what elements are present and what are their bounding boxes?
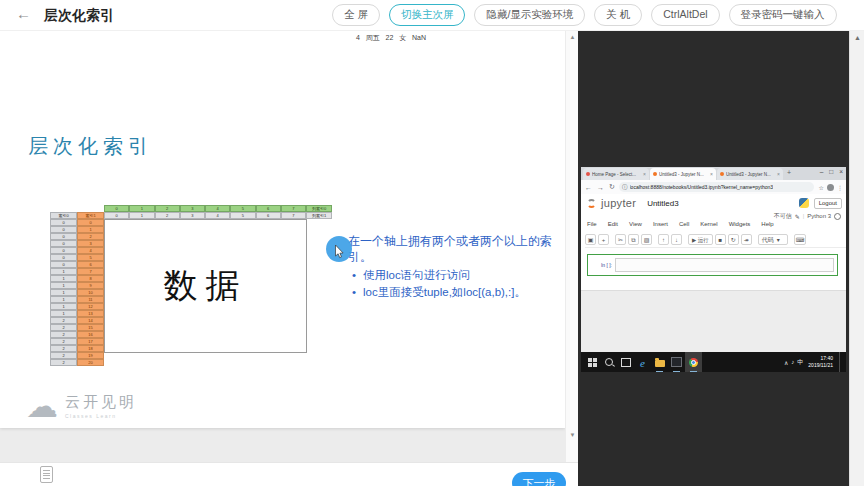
back-arrow-icon[interactable]: ← [16,5,31,22]
row-index-level1-cell: 9 [77,282,104,289]
trust-status[interactable]: 不可信 [774,212,792,221]
index-row: 19 [50,282,104,289]
move-down-icon[interactable]: ↓ [671,234,682,245]
menu-widgets[interactable]: Widgets [729,221,751,227]
index-row: 05 [50,254,104,261]
menu-view[interactable]: View [629,221,642,227]
paste-icon[interactable]: ▨ [641,234,652,245]
jupyter-logo-text[interactable]: jupyter [601,197,636,209]
notes-icon[interactable] [40,466,53,483]
jupyter-logo-icon[interactable] [587,199,596,208]
start-taskbar-icon[interactable] [583,352,600,372]
row-index-level1-cell: 1 [77,226,104,233]
show-desktop-button[interactable] [839,352,844,372]
add-cell-icon[interactable]: + [598,234,609,245]
ie-icon [640,353,645,371]
tab-close-icon[interactable]: × [777,171,780,177]
menu-help[interactable]: Help [761,221,773,227]
cloud-logo-icon: ☁ [26,390,58,422]
topbar-button[interactable]: 登录密码一键输入 [729,4,837,26]
tray-expand-icon[interactable]: ∧ [784,359,788,366]
index-row: 02 [50,233,104,240]
move-up-icon[interactable]: ↑ [658,234,669,245]
search-taskbar-icon[interactable] [600,352,617,372]
menu-kernel[interactable]: Kernel [700,221,717,227]
cell-input-area[interactable] [615,258,834,272]
index-row: 06 [50,261,104,268]
topbar-button[interactable]: 切换主次屏 [389,4,466,26]
tab-title: Untitled3 - Jupyter N... [659,172,708,177]
notebook-title[interactable]: Untitled3 [647,199,679,208]
browser-tab[interactable]: Untitled3 - Jupyter N...× [650,168,716,180]
col-index-cell: 7 [281,212,306,219]
browser-tab[interactable]: Untitled3 - Jupyter N...× [717,168,783,180]
menu-file[interactable]: File [587,221,597,227]
chrome-icon [689,358,698,367]
cut-icon[interactable]: ✂ [615,234,626,245]
scroll-up-icon[interactable]: ▲ [850,34,864,41]
save-icon[interactable]: ▣ [585,234,596,245]
notebook-code-cell[interactable]: In [ ]: [587,254,838,276]
browser-address-bar: ←→↻ ⓘ localhost:8888/notebooks/Untitled3… [581,180,846,195]
chrome-taskbar-icon[interactable] [685,352,702,372]
col-index-cell: 6 [256,205,281,212]
topbar-button[interactable]: 关 机 [594,4,642,26]
page-scrollbar[interactable]: ▲ [849,30,864,486]
jupyter-toolbar: ▣+✂⧉▨↑↓▶ 运行■↻↠代码▾⌨ [585,232,846,248]
site-info-icon[interactable]: ⓘ [622,184,628,191]
row-index-level1-cell: 7 [77,268,104,275]
topbar-button[interactable]: 全 屏 [332,4,380,26]
row-index-level0-cell: 1 [50,303,77,310]
tab-favicon-icon [653,172,657,176]
volume-icon[interactable]: ♪ [791,359,794,365]
row-index-level0-cell: 1 [50,310,77,317]
col-index-cell: 5 [230,205,255,212]
cell-type-dropdown[interactable]: 代码▾ [758,234,788,245]
taskbar-clock[interactable]: 17:40 2019/11/21 [808,355,833,369]
next-step-button[interactable]: 下一步 [512,472,566,486]
menu-edit[interactable]: Edit [608,221,618,227]
bookmark-star-icon[interactable]: ☆ [819,184,824,191]
back-icon[interactable]: ← [585,184,592,191]
explorer-taskbar-icon[interactable] [651,352,668,372]
url-field[interactable]: ⓘ localhost:8888/notebooks/Untitled3.ipy… [619,182,814,192]
close-icon[interactable]: × [839,168,843,175]
index-row: 110 [50,289,104,296]
tab-title: Home Page - Select... [592,172,641,177]
new-tab-button[interactable]: + [787,169,791,176]
topbar-button[interactable]: 隐藏/显示实验环境 [474,4,585,26]
tab-close-icon[interactable]: × [643,171,646,177]
row-index-level1-cell: 15 [77,324,104,331]
tab-favicon-icon [586,172,590,176]
restart-icon[interactable]: ↻ [728,234,739,245]
logout-button[interactable]: Logout [814,198,842,209]
fast-forward-icon[interactable]: ↠ [741,234,752,245]
forward-icon[interactable]: → [597,184,604,191]
maximize-icon[interactable]: □ [829,168,833,175]
cmd-taskbar-icon[interactable] [668,352,685,372]
tab-title: Untitled3 - Jupyter N... [726,172,775,177]
keyboard-icon[interactable]: ⌨ [794,234,807,245]
copy-icon[interactable]: ⧉ [628,234,639,245]
bullet-main: 在一个轴上拥有两个或者两个以上的索引。 [348,233,568,265]
taskview-taskbar-icon[interactable] [617,352,634,372]
tab-close-icon[interactable]: × [710,171,713,177]
menu-dots-icon[interactable]: ⋮ [837,184,843,191]
ie-taskbar-icon[interactable] [634,352,651,372]
row-index-level1-cell: 8 [77,275,104,282]
avatar-icon[interactable] [827,184,834,191]
edit-title-icon[interactable]: ✎ [795,213,800,220]
menu-cell[interactable]: Cell [679,221,689,227]
minimize-icon[interactable]: – [820,168,824,175]
menu-insert[interactable]: Insert [653,221,668,227]
index-row: 18 [50,275,104,282]
ime-icon[interactable]: 中 [797,358,803,367]
slide-scrollbar[interactable]: ▲ ▼ [565,30,579,462]
refresh-icon[interactable]: ↻ [609,183,615,191]
col-index-label: 列索引0 [306,205,332,212]
stop-icon[interactable]: ■ [715,234,726,245]
bullet-item: 使用loc语句进行访问 [352,268,568,283]
browser-tab[interactable]: Home Page - Select...× [583,168,649,180]
run-button[interactable]: ▶ 运行 [688,234,713,245]
topbar-button[interactable]: CtrlAltDel [651,4,719,26]
